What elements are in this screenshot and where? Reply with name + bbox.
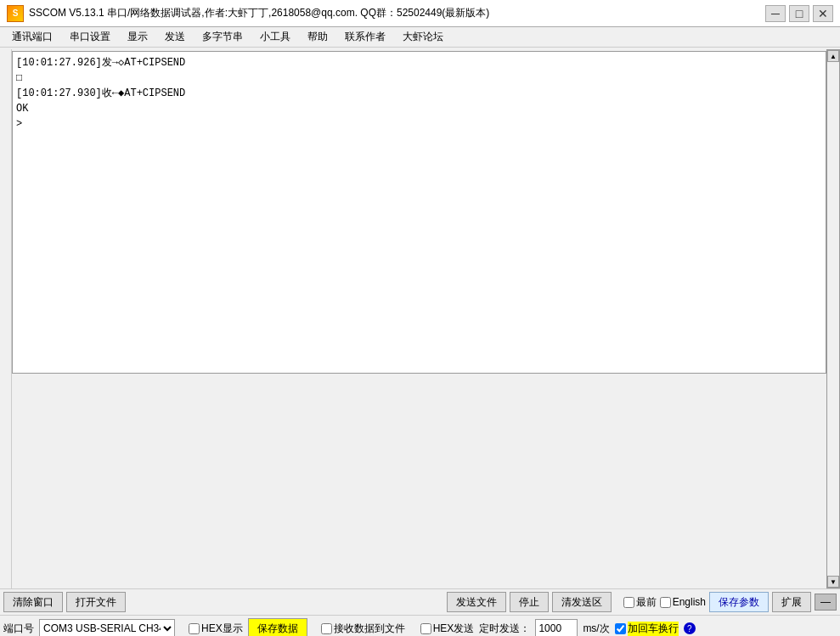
english-label[interactable]: English [660, 596, 706, 608]
bottom-controls: 清除窗口 打开文件 发送文件 停止 清发送区 最前 English 保存参数 扩… [0, 588, 840, 636]
menu-communications[interactable]: 通讯端口 [3, 28, 61, 46]
timed-unit-text: ms/次 [583, 622, 609, 636]
close-button[interactable]: ✕ [813, 5, 833, 22]
title-bar-left: S SSCOM V5.13.1 串口/网络数据调试器,作者:大虾丁丁,26180… [7, 5, 489, 22]
last-front-label[interactable]: 最前 [623, 595, 657, 610]
receive-to-file-label[interactable]: 接收数据到文件 [321, 622, 405, 636]
open-file-btn[interactable]: 打开文件 [66, 592, 126, 612]
minimize-button[interactable]: ─ [765, 5, 786, 22]
port-label: 端口号 [3, 622, 34, 636]
app-icon: S [7, 5, 24, 22]
terminal-line-7: > [16, 116, 822, 132]
menu-serial-settings[interactable]: 串口设置 [61, 28, 119, 46]
terminal-line-2: □ [16, 70, 822, 86]
scroll-up-btn[interactable]: ▲ [827, 50, 839, 62]
menu-send[interactable]: 发送 [156, 28, 194, 46]
save-data-btn[interactable]: 保存数据 [248, 618, 307, 636]
terminal-line-3: [10:01:27.930]收←◆AT+CIPSEND [16, 86, 822, 101]
hex-send-label[interactable]: HEX发送 [420, 622, 475, 636]
timed-send-input[interactable] [535, 619, 578, 636]
hex-display-text: HEX显示 [201, 622, 243, 636]
menu-bar: 通讯端口 串口设置 显示 发送 多字节串 小工具 帮助 联系作者 大虾论坛 [0, 27, 840, 48]
controls-row2: 端口号 COM3 USB-SERIAL CH340 HEX显示 保存数据 接收数… [0, 616, 840, 636]
title-bar-controls: ─ □ ✕ [765, 5, 833, 22]
english-checkbox[interactable] [660, 597, 671, 608]
scroll-down-btn[interactable]: ▼ [827, 576, 839, 588]
carriage-return-text: 加回车换行 [628, 622, 679, 636]
timed-send-label: 定时发送： [479, 622, 530, 636]
terminal-line-5: OK [16, 101, 822, 116]
terminal-wrapper: [10:01:27.926]发→◇AT+CIPSEND □ [10:01:27.… [0, 49, 840, 588]
menu-forum[interactable]: 大虾论坛 [394, 28, 452, 46]
send-file-btn[interactable]: 发送文件 [447, 592, 506, 612]
last-front-checkbox[interactable] [623, 597, 634, 608]
receive-to-file-text: 接收数据到文件 [334, 622, 405, 636]
terminal-area[interactable]: [10:01:27.926]发→◇AT+CIPSEND □ [10:01:27.… [12, 51, 826, 374]
english-text: English [673, 596, 706, 608]
title-text: SSCOM V5.13.1 串口/网络数据调试器,作者:大虾丁丁,2618058… [29, 6, 489, 20]
left-panel [0, 49, 12, 588]
menu-multibyte[interactable]: 多字节串 [194, 28, 251, 46]
port-select[interactable]: COM3 USB-SERIAL CH340 [39, 619, 175, 636]
receive-to-file-checkbox[interactable] [321, 623, 332, 634]
menu-display[interactable]: 显示 [119, 28, 156, 46]
menu-help[interactable]: 帮助 [299, 28, 336, 46]
last-front-text: 最前 [636, 595, 657, 610]
carriage-return-label[interactable]: 加回车换行 [615, 622, 679, 636]
menu-contact[interactable]: 联系作者 [336, 28, 394, 46]
hex-display-label[interactable]: HEX显示 [189, 622, 243, 636]
clear-window-btn[interactable]: 清除窗口 [3, 592, 63, 612]
hex-send-text: HEX发送 [433, 622, 475, 636]
terminal-scrollbar[interactable]: ▲ ▼ [826, 49, 840, 588]
hex-send-checkbox[interactable] [420, 623, 431, 634]
terminal-line-1: [10:01:27.926]发→◇AT+CIPSEND [16, 55, 822, 70]
expand-btn[interactable]: 扩展 [772, 592, 811, 612]
menu-tools[interactable]: 小工具 [251, 28, 299, 46]
carriage-return-checkbox[interactable] [615, 623, 626, 634]
title-bar: S SSCOM V5.13.1 串口/网络数据调试器,作者:大虾丁丁,26180… [0, 0, 840, 27]
save-params-btn[interactable]: 保存参数 [709, 592, 769, 612]
stop-btn[interactable]: 停止 [510, 592, 549, 612]
hex-display-checkbox[interactable] [189, 623, 200, 634]
controls-row1: 清除窗口 打开文件 发送文件 停止 清发送区 最前 English 保存参数 扩… [0, 589, 840, 616]
collapse-btn[interactable]: — [815, 594, 837, 611]
clear-send-area-btn[interactable]: 清发送区 [552, 592, 612, 612]
maximize-button[interactable]: □ [789, 5, 809, 22]
help-icon[interactable]: ? [684, 622, 696, 634]
